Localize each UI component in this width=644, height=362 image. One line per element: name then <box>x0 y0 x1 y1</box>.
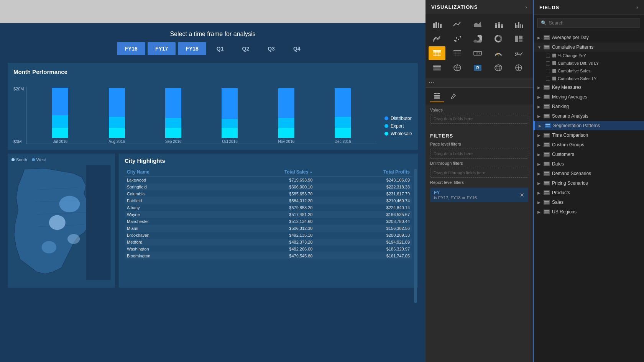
col-header-profits[interactable]: Total Profits <box>315 168 412 177</box>
table-row[interactable]: Springfield$666,000.10$222,318.33 <box>125 183 412 190</box>
viz-icon-area[interactable] <box>469 17 486 31</box>
field-group-header-dates[interactable]: ▶Dates <box>534 159 644 169</box>
table-row[interactable]: Lakewood$719,693.90$243,106.89 <box>125 177 412 184</box>
table-row[interactable]: Columbia$585,653.70$231,617.79 <box>125 190 412 197</box>
field-group-header-sales[interactable]: ▶Sales <box>534 198 644 207</box>
search-input[interactable] <box>549 20 637 26</box>
field-child-cumulative-sales-ly[interactable]: Cumulative Sales LY <box>534 75 644 82</box>
filter-tag-fy: FY is FY17, FY18 or FY16 ✕ <box>430 188 528 202</box>
fields-expand-icon[interactable]: › <box>636 4 638 11</box>
btn-q1[interactable]: Q1 <box>209 42 232 55</box>
table-row[interactable]: Manchester$512,134.60$208,780.44 <box>125 218 412 225</box>
field-child-cumulative-sales[interactable]: Cumulative Sales <box>534 67 644 75</box>
field-checkbox[interactable] <box>546 61 550 66</box>
bar-group-Dec-2016[interactable]: Dec 2016 <box>317 88 369 144</box>
svg-point-62 <box>495 65 502 71</box>
btn-fy17[interactable]: FY17 <box>148 42 176 55</box>
viz-more-dots[interactable]: ··· <box>426 78 533 87</box>
field-group-header-segmentation-patterns[interactable]: ▶Segmentation Patterns <box>534 121 644 130</box>
field-group-header-ranking[interactable]: ▶Ranking <box>534 102 644 111</box>
viz-icon-scatter[interactable] <box>449 32 466 46</box>
field-group-header-custom-groups[interactable]: ▶Custom Groups <box>534 140 644 149</box>
btn-fy18[interactable]: FY18 <box>178 42 206 55</box>
field-group-header-customers[interactable]: ▶Customers <box>534 150 644 159</box>
table-row[interactable]: Miami$506,312.30$156,382.56 <box>125 225 412 232</box>
table-row[interactable]: Albany$579,858.20$224,840.14 <box>125 204 412 211</box>
bar-group-Oct-2016[interactable]: Oct 2016 <box>204 88 256 144</box>
viz-icon-matrix[interactable] <box>449 46 466 60</box>
table-row[interactable]: Medford$482,373.20$194,921.89 <box>125 239 412 246</box>
col-header-city[interactable]: City Name <box>125 168 212 177</box>
svg-rect-121 <box>544 174 549 175</box>
table-scrollbar[interactable] <box>414 169 417 303</box>
sales-cell: $512,134.60 <box>212 218 315 225</box>
viz-icon-card[interactable]: 123 <box>469 46 486 60</box>
bar-group-Sep-2016[interactable]: Sep 2016 <box>147 88 199 144</box>
col-header-sales[interactable]: Total Sales ▼ <box>212 168 315 177</box>
btn-q4[interactable]: Q4 <box>285 42 309 55</box>
viz-icon-stacked-bar[interactable] <box>490 17 507 31</box>
svg-rect-97 <box>544 116 549 118</box>
chevron-right-icon: ▶ <box>537 210 541 214</box>
table-row[interactable]: Brookhaven$492,135.10$200,289.33 <box>125 232 412 239</box>
viz-icon-custom[interactable] <box>510 61 527 75</box>
table-row[interactable]: Bloomington$479,545.80$161,747.05 <box>125 252 412 259</box>
table-row[interactable]: Washington$482,266.00$186,320.97 <box>125 246 412 252</box>
field-group-header-key-measures[interactable]: ▶Key Measures <box>534 83 644 92</box>
filter-tag-close-icon[interactable]: ✕ <box>520 192 524 198</box>
page-filter-drop[interactable]: Drag data fields here <box>430 149 528 159</box>
viz-icon-gauge[interactable] <box>490 46 507 60</box>
bar-export <box>165 118 181 128</box>
viz-icon-globe[interactable] <box>490 61 507 75</box>
field-child-pct-change-yoy[interactable]: % Change YoY <box>534 52 644 59</box>
chevron-right-icon: ▶ <box>537 143 541 147</box>
viz-icon-r[interactable]: R <box>469 61 486 75</box>
drillthrough-filter-drop[interactable]: Drag drillthrough fields here <box>430 168 528 178</box>
field-group-header-averages-per-day[interactable]: ▶Averages per Day <box>534 33 644 42</box>
viz-icon-bar[interactable] <box>429 17 445 31</box>
viz-icon-slicer[interactable] <box>429 61 445 75</box>
format-fields-icon[interactable] <box>430 90 444 102</box>
svg-rect-17 <box>498 24 500 28</box>
viz-icon-kpi[interactable]: KPI <box>510 46 527 60</box>
field-group-header-demand-scenarios[interactable]: ▶Demand Scenarios <box>534 169 644 178</box>
chevron-right-icon: ▶ <box>537 152 541 157</box>
fields-search-box[interactable]: 🔍 <box>537 18 640 28</box>
field-group-header-products[interactable]: ▶Products <box>534 188 644 197</box>
btn-q3[interactable]: Q3 <box>260 42 283 55</box>
bar-group-Jul-2016[interactable]: Jul 2016 <box>34 88 87 144</box>
viz-icon-table[interactable] <box>429 46 445 60</box>
viz-values-drop[interactable]: Drag data fields here <box>430 114 528 124</box>
city-cell: Fairfield <box>125 197 212 204</box>
svg-rect-15 <box>495 25 497 28</box>
table-row[interactable]: Wayne$517,481.20$166,535.67 <box>125 211 412 218</box>
city-table: City Name Total Sales ▼ Total Profits La… <box>125 168 412 259</box>
btn-fy16[interactable]: FY16 <box>117 42 145 55</box>
table-row[interactable]: Fairfield$584,012.20$210,460.74 <box>125 197 412 204</box>
field-group-header-moving-averages[interactable]: ▶Moving Averages <box>534 92 644 102</box>
field-group-dates: ▶Dates <box>534 159 644 169</box>
bar-group-Nov-2016[interactable]: Nov 2016 <box>260 88 312 144</box>
field-checkbox[interactable] <box>546 69 550 73</box>
format-paint-icon[interactable] <box>447 90 461 102</box>
viz-icon-pie[interactable] <box>469 32 486 46</box>
field-group-header-time-comparison[interactable]: ▶Time Comparison <box>534 131 644 140</box>
bar-group-Aug-2016[interactable]: Aug 2016 <box>90 88 143 144</box>
field-child-cumulative-diff-vs-ly[interactable]: Cumulative Diff. vs LY <box>534 59 644 67</box>
svg-rect-12 <box>438 23 439 28</box>
viz-icon-donut[interactable] <box>490 32 507 46</box>
viz-icon-treemap[interactable] <box>510 32 527 46</box>
viz-icon-clustered[interactable] <box>510 17 527 31</box>
field-group-header-cumulative-patterns[interactable]: ▼Cumulative Patterns <box>534 43 644 52</box>
viz-expand-icon[interactable]: › <box>525 4 527 10</box>
svg-rect-18 <box>498 22 500 24</box>
viz-icon-map[interactable] <box>449 61 466 75</box>
field-group-header-pricing-scenarios[interactable]: ▶Pricing Scenarios <box>534 179 644 188</box>
field-checkbox[interactable] <box>546 54 550 58</box>
btn-q2[interactable]: Q2 <box>234 42 258 55</box>
field-group-header-us-regions[interactable]: ▶US Regions <box>534 207 644 216</box>
field-checkbox[interactable] <box>546 77 550 81</box>
field-group-header-scenario-analysis[interactable]: ▶Scenario Analysis <box>534 111 644 121</box>
viz-icon-ribbon[interactable] <box>429 32 445 46</box>
viz-icon-line[interactable] <box>449 17 466 31</box>
